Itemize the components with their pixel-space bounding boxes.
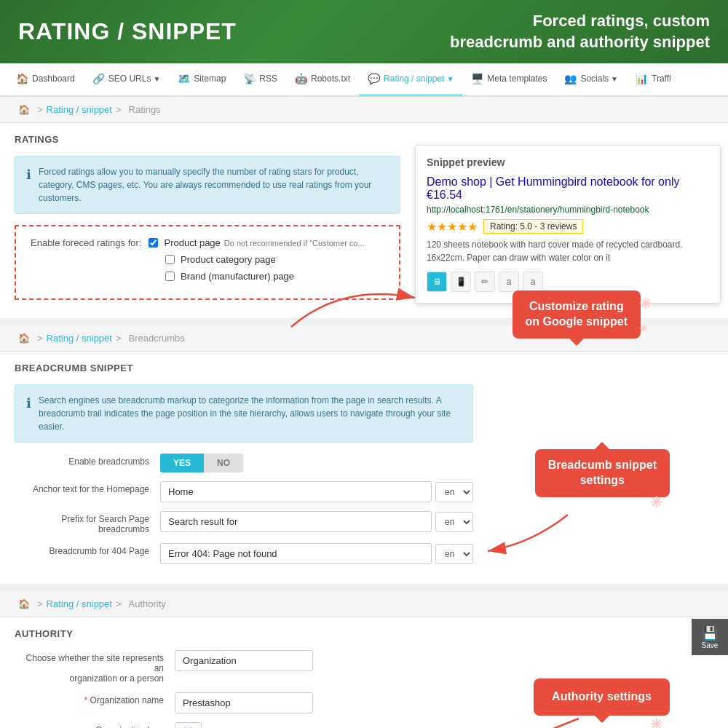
nav-label-robots: Robots.txt [311,74,350,84]
org-type-input[interactable] [175,650,313,671]
header-title: RATING / SNIPPET [18,18,237,45]
nav-item-socials[interactable]: 👥 Socials ▼ [555,63,627,96]
nav-item-rating-snippet[interactable]: 💬 Rating / snippet ▼ [359,63,462,96]
breadcrumb-link-rating-snippet-2[interactable]: Rating / snippet [47,333,112,344]
org-type-input-wrapper [175,650,473,671]
callout-authority-text: Authority settings [552,690,652,703]
ratings-alert-text: Forced ratings allow you to manually spe… [39,165,389,205]
snippet-btn-a1[interactable]: a [499,272,519,292]
anchor-text-lang-select[interactable]: en [435,482,473,502]
breadcrumb-404-lang-select[interactable]: en [435,544,473,564]
traffi-icon: 📊 [636,73,648,84]
snowflake-decoration-3: ✳ [650,493,662,512]
breadcrumb-404-input-group: en [160,543,473,564]
product-category-checkbox[interactable] [165,255,175,264]
dashboard-icon: 🏠 [16,73,28,84]
snowflake-decoration-2: ✳ [639,322,648,335]
snowflake-decoration-4: ✳ [650,715,662,728]
prefix-search-page-input-group: en [160,511,473,532]
breadcrumb-current-authority: Authority [129,598,166,609]
header-banner: RATING / SNIPPET Forced ratings, customb… [0,0,728,63]
snippet-preview-link[interactable]: Demo shop | Get Hummingbird notebook for… [427,175,709,202]
mobile-icon[interactable]: 📱 [451,272,471,292]
org-logo-controls: 📄 Add file [175,722,234,728]
org-logo-label: Organization logo [15,722,175,728]
snippet-preview-url: http://localhost:1761/en/stationery/humm… [427,205,709,215]
breadcrumb-404-input[interactable] [160,543,432,564]
prefix-search-page-input[interactable] [160,511,432,532]
anchor-text-homepage-input-group: en [160,481,473,502]
save-icon: 💾 [702,625,718,641]
enable-breadcrumbs-row: Enable breadcrumbs YES NO [15,454,473,472]
nav-item-sitemap[interactable]: 🗺️ Sitemap [169,63,234,96]
nav-item-seo-urls[interactable]: 🔗 SEO URLs ▼ [84,63,170,96]
snippet-icons-row: 🖥 📱 ✏ a a [427,272,709,292]
authority-section-wrapper: 🏠 > Rating / snippet > Authority AUTHORI… [0,591,728,728]
toggle-yes-button[interactable]: YES [160,454,204,472]
chevron-down-icon-3: ▼ [611,75,618,83]
nav-item-robots[interactable]: 🤖 Robots.txt [286,63,359,96]
save-button[interactable]: 💾 Save [692,619,728,655]
org-logo-row: Organization logo 📄 Add file [15,722,473,728]
breadcrumb-link-rating-snippet[interactable]: Rating / snippet [47,104,112,115]
seo-urls-icon: 🔗 [92,73,105,84]
chevron-down-icon-2: ▼ [446,75,454,83]
anchor-text-homepage-input[interactable] [160,481,432,502]
breadcrumb-section-wrapper: 🏠 > Rating / snippet > Breadcrumbs BREAD… [0,325,728,584]
callout-breadcrumb-bubble: Breadcumb snippetsettings ✳ [535,449,670,497]
brand-manufacturer-checkbox[interactable] [165,272,175,281]
home-icon-3[interactable]: 🏠 [18,598,30,609]
callout-breadcrumb-text: Breadcumb snippetsettings [548,459,657,486]
product-page-checkbox[interactable] [149,238,158,248]
snippet-preview-title: Snippet preview [427,157,709,168]
snippet-btn-a2[interactable]: a [523,272,543,292]
product-category-row: Product category page [165,254,384,265]
product-page-label: Product page [164,237,220,248]
save-label: Save [702,641,719,649]
nav-label-seo-urls: SEO URLs [108,74,151,84]
edit-icon[interactable]: ✏ [475,272,495,292]
authority-section-title: AUTHORITY [15,628,473,639]
org-name-input-wrapper [175,692,473,713]
org-type-label: Choose whether the site represents anorg… [15,650,175,684]
sitemap-icon: 🗺️ [178,73,190,84]
nav-bar: 🏠 Dashboard 🔗 SEO URLs ▼ 🗺️ Sitemap 📡 RS… [0,63,728,97]
ratings-section-wrapper: 🏠 > Rating / snippet > Ratings RATINGS ℹ… [0,97,728,318]
snippet-preview: Snippet preview Demo shop | Get Hummingb… [415,145,721,304]
org-name-input[interactable] [175,692,313,713]
chevron-down-icon: ▼ [153,75,160,83]
org-type-row: Choose whether the site represents anorg… [15,650,473,684]
nav-item-rss[interactable]: 📡 RSS [234,63,286,96]
header-subtitle: Forced ratings, custombreadcrumb and aut… [450,11,710,52]
nav-item-traffi[interactable]: 📊 Traffi [627,63,680,96]
nav-label-socials: Socials [580,74,609,84]
ratings-section-title: RATINGS [15,134,400,145]
callout-rating-text: Customize ratingon Google snippet [526,300,628,328]
product-category-label: Product category page [181,254,276,265]
toggle-no-button[interactable]: NO [204,454,243,472]
file-upload-button[interactable]: 📄 [175,722,202,728]
breadcrumb-current-ratings: Ratings [129,104,161,115]
nav-item-dashboard[interactable]: 🏠 Dashboard [7,63,84,96]
home-icon[interactable]: 🏠 [18,104,30,115]
enable-breadcrumbs-toggle: YES NO [160,454,243,472]
product-page-note: Do not recommended if "Customer co... [224,239,365,248]
snippet-stars: ★★★★★ [427,220,478,234]
alert-info-icon-2: ℹ [26,394,31,414]
snowflake-decoration-1: ✳ [639,294,652,313]
callout-rating-bubble: Customize ratingon Google snippet ✳ ✳ [513,290,641,339]
prefix-search-lang-select[interactable]: en [435,512,473,532]
breadcrumb-link-rating-snippet-3[interactable]: Rating / snippet [47,598,112,609]
breadcrumb-alert: ℹ Search engines use breadcrumb markup t… [15,384,473,443]
enable-breadcrumbs-label: Enable breadcrumbs [15,454,160,467]
brand-manufacturer-label: Brand (manufacturer) page [181,271,294,282]
rating-arrow [284,269,430,341]
enable-forced-ratings-label: Enable foreced ratings for: [31,237,141,248]
nav-label-meta-templates: Meta templates [487,74,547,84]
home-icon-2[interactable]: 🏠 [18,333,30,344]
nav-item-meta-templates[interactable]: 🖥️ Meta templates [462,63,555,96]
nav-label-dashboard: Dashboard [32,74,75,84]
anchor-text-homepage-label: Anchor text for the Homepage [15,481,160,494]
desktop-icon[interactable]: 🖥 [427,272,447,292]
rating-snippet-icon: 💬 [368,73,380,84]
